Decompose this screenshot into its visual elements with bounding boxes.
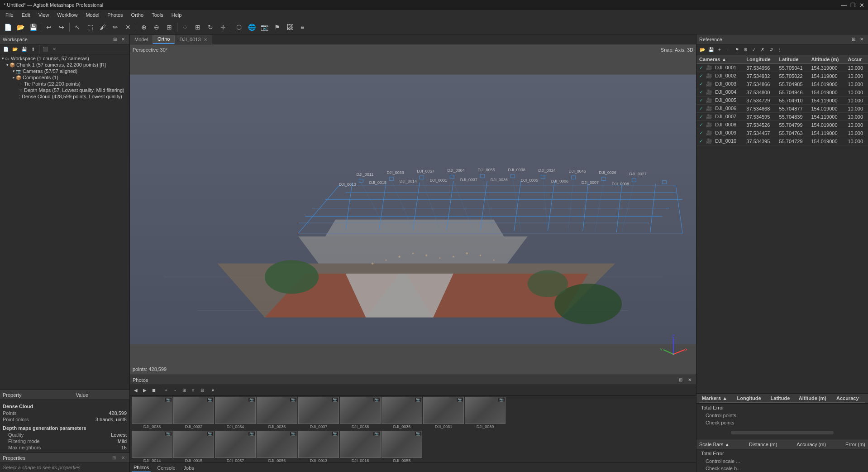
col-scalebars[interactable]: Scale Bars ▲	[699, 442, 730, 447]
ws-open-btn[interactable]: 📂	[11, 45, 19, 53]
maximize-button[interactable]: ❐	[850, 2, 856, 9]
list-item[interactable]: 📷 DJI_0057	[215, 431, 256, 462]
ref-close-btn[interactable]: ✕	[858, 36, 865, 43]
col-longitude[interactable]: Longitude	[744, 55, 776, 64]
photos-prev-btn[interactable]: ◀	[132, 386, 140, 395]
list-item[interactable]: 📷 DJI_0013	[298, 431, 339, 462]
list-item[interactable]: 📷 DJI_0031	[423, 397, 464, 429]
tab-model[interactable]: Model	[130, 35, 153, 44]
photos-tab-console[interactable]: Console	[155, 464, 177, 472]
close-button[interactable]: ✕	[859, 2, 864, 9]
tree-components[interactable]: ▸ 📦 Components (1)	[0, 74, 129, 81]
paint-button[interactable]: 🖌	[97, 22, 109, 33]
delete-button[interactable]: ✕	[122, 22, 134, 33]
col-latitude[interactable]: Latitude	[777, 55, 809, 64]
ws-import-btn[interactable]: ⬆	[29, 45, 37, 53]
zoom-out-button[interactable]: ⊖	[151, 22, 162, 33]
ref-remove-btn[interactable]: -	[724, 46, 732, 54]
points-button[interactable]: ⁘	[179, 22, 191, 33]
menu-ortho[interactable]: Ortho	[128, 11, 148, 19]
photos-remove-btn[interactable]: -	[171, 386, 179, 395]
tree-densecloud[interactable]: ⁚ Dense Cloud (428,599 points, Lowest qu…	[0, 93, 129, 100]
ref-expand-btn[interactable]: ⊞	[850, 36, 857, 43]
tree-root[interactable]: ▾ 🗂 Workspace (1 chunks, 57 cameras)	[0, 55, 129, 62]
photos-expand-btn[interactable]: ⊞	[677, 376, 684, 384]
col-markers-accuracy[interactable]: Accuracy	[834, 394, 865, 403]
tab-dji0013[interactable]: DJI_0013 ✕	[175, 35, 212, 44]
photos-tab-photos[interactable]: Photos	[132, 464, 151, 472]
photos-next-btn[interactable]: ▶	[141, 386, 149, 395]
redo-button[interactable]: ↪	[56, 22, 67, 33]
select-button[interactable]: ↖	[72, 22, 83, 33]
web-button[interactable]: 🌐	[246, 22, 258, 33]
list-item[interactable]: 📷 DJI_0035	[257, 397, 297, 429]
col-markers[interactable]: Markers ▲	[699, 394, 734, 403]
list-item[interactable]: 📷 DJI_0056	[257, 431, 297, 462]
col-cameras[interactable]: Cameras ▲	[696, 55, 744, 64]
menu-file[interactable]: File	[2, 11, 17, 19]
table-row[interactable]: ✓ 🎥 DJI_0003 37.534866 55.704985 154.019…	[696, 80, 868, 88]
tab-dji-close[interactable]: ✕	[204, 37, 207, 42]
tree-chunk[interactable]: ▾ 📦 Chunk 1 (57 cameras, 22,200 points) …	[0, 62, 129, 68]
shape-props-expand-btn[interactable]: ⊞	[110, 454, 118, 462]
ref-check-btn[interactable]: ✓	[750, 46, 758, 54]
control-scale-link[interactable]: Control scale ...	[696, 458, 868, 465]
table-row[interactable]: ✓ 🎥 DJI_0010 37.534395 55.704729 154.019…	[696, 137, 868, 145]
table-row[interactable]: ✓ 🎥 DJI_0008 37.534526 55.704799 154.019…	[696, 121, 868, 129]
flag-button[interactable]: ⚑	[271, 22, 283, 33]
col-altitude[interactable]: Altitude (m)	[808, 55, 845, 64]
menu-help[interactable]: Help	[168, 11, 186, 19]
erase-button[interactable]: ✏	[110, 22, 121, 33]
tree-cameras[interactable]: ▾ 📷 Cameras (57/57 aligned)	[0, 68, 129, 74]
menu-photos[interactable]: Photos	[104, 11, 126, 19]
list-item[interactable]: 📷 DJI_0032	[173, 397, 214, 429]
ws-clear-btn[interactable]: ✕	[50, 45, 58, 53]
ortho-view-button[interactable]: ⬡	[233, 22, 245, 33]
minimize-button[interactable]: —	[841, 2, 847, 9]
zoom-in-button[interactable]: ⊕	[138, 22, 150, 33]
move-button[interactable]: ✛	[217, 22, 229, 33]
ws-new-btn[interactable]: 📄	[2, 45, 10, 53]
list-item[interactable]: 📷 DJI_0033	[132, 397, 172, 429]
col-accuracy[interactable]: Accur	[845, 55, 868, 64]
3d-viewport[interactable]: Perspective 30° Snap: Axis, 3D	[130, 44, 696, 375]
list-item[interactable]: 📷 DJI_0014	[132, 431, 172, 462]
table-row[interactable]: ✓ 🎥 DJI_0001 37.534956 55.705041 154.319…	[696, 64, 868, 72]
list-item[interactable]: 📷 DJI_0036	[382, 397, 422, 429]
list-item[interactable]: 📷 DJI_0015	[173, 431, 214, 462]
ref-save-btn[interactable]: 💾	[707, 46, 715, 54]
tree-tiepoints[interactable]: ⁘ Tie Points (22,200 points)	[0, 81, 129, 87]
table-row[interactable]: ✓ 🎥 DJI_0006 37.534668 55.704877 154.019…	[696, 105, 868, 113]
menu-tools[interactable]: Tools	[148, 11, 167, 19]
open-button[interactable]: 📂	[14, 22, 26, 33]
ref-settings-btn[interactable]: ⚙	[741, 46, 749, 54]
list-item[interactable]: 📷 DJI_0039	[465, 397, 506, 429]
workspace-close-btn[interactable]: ✕	[119, 36, 127, 43]
tree-depthmaps[interactable]: ⁙ Depth Maps (57, Lowest quality, Mild f…	[0, 87, 129, 93]
camera-button[interactable]: 📷	[258, 22, 270, 33]
ref-add-btn[interactable]: +	[715, 46, 724, 54]
check-scale-link[interactable]: Check scale b...	[696, 465, 868, 472]
list-item[interactable]: 📷 DJI_0034	[215, 397, 256, 429]
table-row[interactable]: ✓ 🎥 DJI_0005 37.534729 55.704910 154.119…	[696, 96, 868, 105]
list-item[interactable]: 📷 DJI_0037	[298, 397, 339, 429]
ws-save-btn[interactable]: 💾	[20, 45, 28, 53]
ref-load-btn[interactable]: 📂	[698, 46, 706, 54]
shape-props-close-btn[interactable]: ✕	[119, 454, 127, 462]
check-points-link[interactable]: Check points	[696, 419, 868, 426]
bars-button[interactable]: ≡	[296, 22, 308, 33]
scrollbar-thumb[interactable]	[731, 431, 834, 434]
photos-add-btn[interactable]: +	[162, 386, 170, 395]
table-row[interactable]: ✓ 🎥 DJI_0002 37.534932 55.705022 154.119…	[696, 72, 868, 80]
ws-stop-btn[interactable]: ⬛	[41, 45, 49, 53]
rotate-button[interactable]: ↻	[205, 22, 216, 33]
fit-view-button[interactable]: ⊞	[163, 22, 175, 33]
menu-edit[interactable]: Edit	[18, 11, 34, 19]
ref-update-btn[interactable]: ↺	[767, 46, 775, 54]
photos-list-btn[interactable]: ≡	[189, 386, 197, 395]
ref-more-btn[interactable]: ⋮	[776, 46, 784, 54]
new-button[interactable]: 📄	[2, 22, 14, 33]
list-item[interactable]: 📷 DJI_0055	[382, 431, 422, 462]
list-item[interactable]: 📷 DJI_0038	[340, 397, 381, 429]
ref-uncheck-btn[interactable]: ✗	[758, 46, 767, 54]
